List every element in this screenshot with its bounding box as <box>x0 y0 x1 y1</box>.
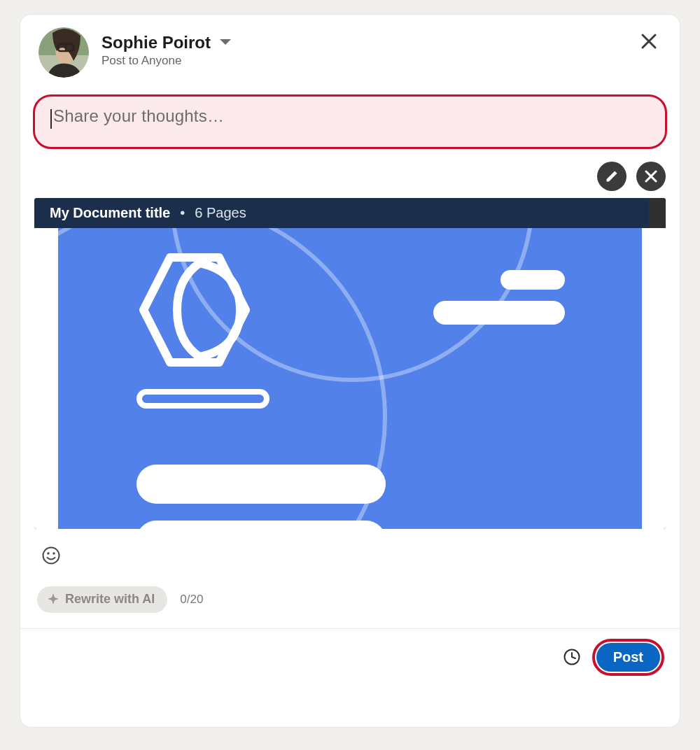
create-post-modal: Sophie Poirot Post to Anyone Share your … <box>20 14 680 728</box>
audience-label: Post to Anyone <box>102 54 635 68</box>
modal-header: Sophie Poirot Post to Anyone <box>20 15 680 85</box>
modal-footer: Post <box>20 629 680 687</box>
emoji-row <box>20 529 680 567</box>
rewrite-row: Rewrite with AI 0/20 <box>20 567 680 628</box>
decor-pill <box>500 270 565 290</box>
pencil-icon <box>605 169 619 183</box>
svg-point-8 <box>52 552 55 554</box>
post-button-highlight: Post <box>592 639 664 676</box>
composer-input[interactable]: Share your thoughts… <box>33 94 667 149</box>
avatar[interactable] <box>38 27 89 78</box>
post-button[interactable]: Post <box>596 643 660 672</box>
document-pages: 6 Pages <box>195 205 246 221</box>
document-slide <box>58 228 642 529</box>
sparkle-icon <box>47 593 59 605</box>
caret-down-icon <box>219 38 232 47</box>
author-name-row[interactable]: Sophie Poirot <box>102 33 635 52</box>
document-card[interactable]: My Document title • 6 Pages <box>34 198 666 529</box>
decor-pill <box>136 465 386 504</box>
decor-logo <box>135 243 261 379</box>
text-cursor <box>50 109 52 129</box>
rewrite-counter: 0/20 <box>180 593 203 607</box>
edit-attachment-button[interactable] <box>597 162 626 191</box>
rewrite-with-ai-button[interactable]: Rewrite with AI <box>37 586 167 613</box>
close-icon <box>645 170 657 183</box>
close-button[interactable] <box>635 27 663 55</box>
author-block: Sophie Poirot Post to Anyone <box>102 27 635 68</box>
decor-bar <box>136 389 270 409</box>
composer-area: Share your thoughts… <box>33 94 667 149</box>
decor-pill <box>433 301 565 325</box>
smile-icon <box>41 546 61 565</box>
remove-attachment-button[interactable] <box>636 162 666 191</box>
rewrite-with-ai-label: Rewrite with AI <box>65 592 155 607</box>
emoji-button[interactable] <box>40 544 62 567</box>
svg-point-7 <box>47 552 49 554</box>
dot-separator: • <box>180 205 185 221</box>
author-name: Sophie Poirot <box>102 33 211 52</box>
composer-placeholder: Share your thoughts… <box>53 106 224 125</box>
schedule-button[interactable] <box>560 645 584 669</box>
document-preview <box>34 228 666 529</box>
attachment-actions <box>20 149 680 198</box>
svg-point-6 <box>43 547 59 563</box>
clock-icon <box>563 648 581 666</box>
decor-pill <box>136 521 386 529</box>
document-title: My Document title <box>50 205 170 221</box>
document-header: My Document title • 6 Pages <box>34 198 666 228</box>
